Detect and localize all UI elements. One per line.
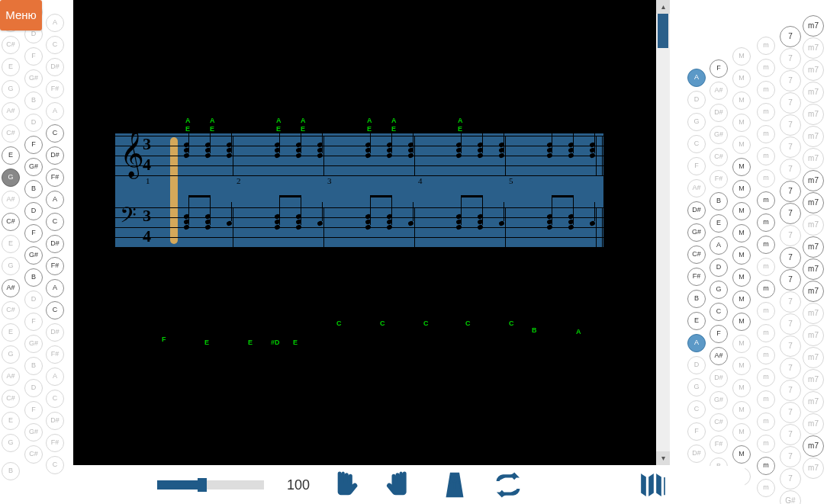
loop-icon[interactable] <box>493 470 523 500</box>
right-key-F[interactable]: F <box>710 59 728 78</box>
right-key-Fs[interactable]: F# <box>687 268 706 286</box>
left-key-As[interactable]: A# <box>2 102 20 120</box>
right-key-Ds[interactable]: D# <box>687 445 706 463</box>
left-key-D[interactable]: D <box>24 114 43 132</box>
left-key-Gs[interactable]: G# <box>24 246 43 265</box>
right-key-M[interactable]: M <box>732 445 751 464</box>
right-key-m[interactable]: m <box>757 457 775 475</box>
right-key-m7[interactable]: m7 <box>803 258 824 280</box>
right-key-M[interactable]: M <box>732 379 751 397</box>
view-icon[interactable] <box>638 470 668 500</box>
left-key-Gs[interactable]: G# <box>24 69 43 88</box>
left-key-D[interactable]: D <box>24 202 43 220</box>
left-key-G[interactable]: G <box>2 345 20 364</box>
right-key-M[interactable]: M <box>732 291 751 309</box>
right-key-Ds[interactable]: D# <box>710 104 728 122</box>
left-key-G[interactable]: G <box>2 257 20 275</box>
right-key-7[interactable]: 7 <box>780 468 801 490</box>
right-key-M[interactable]: M <box>732 268 751 287</box>
right-key-M[interactable]: M <box>732 423 751 441</box>
right-key-7[interactable]: 7 <box>780 313 801 335</box>
right-key-m7[interactable]: m7 <box>803 192 824 213</box>
right-key-7[interactable]: 7 <box>780 225 801 246</box>
right-key-m7[interactable]: m7 <box>803 82 824 103</box>
left-key-C[interactable]: C <box>46 124 64 143</box>
right-key-B[interactable]: B <box>687 290 706 308</box>
left-key-G[interactable]: G <box>2 80 20 98</box>
right-key-Cs[interactable]: C# <box>710 413 728 432</box>
left-key-C[interactable]: C <box>46 456 64 474</box>
left-key-A[interactable]: A <box>46 279 64 297</box>
left-key-Cs[interactable]: C# <box>2 36 20 54</box>
right-key-Ds[interactable]: D# <box>687 201 706 220</box>
left-key-Ds[interactable]: D# <box>46 146 64 165</box>
left-key-As[interactable]: A# <box>2 191 20 209</box>
right-key-Gs[interactable]: G# <box>780 490 801 504</box>
right-key-7[interactable]: 7 <box>780 335 801 357</box>
right-key-m7[interactable]: m7 <box>803 391 824 413</box>
right-key-7[interactable]: 7 <box>780 26 801 47</box>
left-key-E[interactable]: E <box>2 146 20 165</box>
left-key-B[interactable]: B <box>2 462 20 480</box>
right-key-m7[interactable]: m7 <box>803 435 824 457</box>
right-key-7[interactable]: 7 <box>780 203 801 224</box>
right-key-m[interactable]: m <box>757 236 775 254</box>
right-key-D[interactable]: D <box>687 356 706 374</box>
right-key-m7[interactable]: m7 <box>803 303 824 324</box>
right-key-Fs[interactable]: F# <box>710 435 728 454</box>
right-key-m[interactable]: m <box>757 413 775 431</box>
right-key-m7[interactable]: m7 <box>803 457 824 479</box>
right-key-M[interactable]: M <box>732 313 751 331</box>
right-key-A[interactable]: A <box>687 69 706 87</box>
right-key-Ds[interactable]: D# <box>710 369 728 387</box>
left-key-Fs[interactable]: F# <box>46 80 64 98</box>
left-key-Cs[interactable]: C# <box>2 390 20 408</box>
left-key-Gs[interactable]: G# <box>24 423 43 441</box>
right-key-B[interactable]: B <box>710 192 728 210</box>
right-key-m7[interactable]: m7 <box>803 126 824 147</box>
left-key-Ds[interactable]: D# <box>46 323 64 342</box>
right-key-G[interactable]: G <box>710 281 728 299</box>
left-key-Fs[interactable]: F# <box>46 257 64 275</box>
scroll-down-icon[interactable]: ▾ <box>656 451 670 465</box>
left-key-C[interactable]: C <box>46 36 64 54</box>
right-key-m[interactable]: m <box>757 258 775 276</box>
right-key-m[interactable]: m <box>757 191 775 210</box>
left-key-Cs[interactable]: C# <box>2 213 20 231</box>
right-key-D[interactable]: D <box>710 258 728 277</box>
left-key-As[interactable]: A# <box>2 368 20 386</box>
right-key-A[interactable]: A <box>687 334 706 352</box>
left-key-B[interactable]: B <box>24 91 43 110</box>
right-key-m7[interactable]: m7 <box>803 170 824 191</box>
left-key-E[interactable]: E <box>2 58 20 76</box>
right-key-G[interactable]: G <box>687 113 706 131</box>
right-key-E[interactable]: E <box>687 312 706 330</box>
right-key-m[interactable]: m <box>757 435 775 453</box>
right-key-m[interactable]: m <box>757 37 775 55</box>
left-key-Cs[interactable]: C# <box>24 445 43 464</box>
right-key-M[interactable]: M <box>732 69 751 88</box>
right-key-C[interactable]: C <box>687 400 706 419</box>
scrollbar-thumb[interactable] <box>658 14 668 48</box>
right-key-7[interactable]: 7 <box>780 402 801 423</box>
right-key-M[interactable]: M <box>732 158 751 176</box>
right-key-m[interactable]: m <box>757 346 775 364</box>
right-key-7[interactable]: 7 <box>780 269 801 291</box>
right-key-m[interactable]: m <box>757 81 775 99</box>
left-key-D[interactable]: D <box>24 379 43 397</box>
right-key-7[interactable]: 7 <box>780 380 801 401</box>
right-key-m[interactable]: m <box>757 302 775 320</box>
right-key-7[interactable]: 7 <box>780 70 801 91</box>
right-key-As[interactable]: A# <box>687 179 706 197</box>
right-key-7[interactable]: 7 <box>780 247 801 268</box>
menu-button[interactable]: Меню <box>0 0 42 30</box>
left-key-Ds[interactable]: D# <box>46 58 64 76</box>
right-key-m7[interactable]: m7 <box>803 325 824 346</box>
right-key-Cs[interactable]: C# <box>710 148 728 166</box>
left-key-G[interactable]: G <box>2 434 20 452</box>
left-key-F[interactable]: F <box>24 136 43 154</box>
right-key-m7[interactable]: m7 <box>803 15 824 37</box>
left-key-C[interactable]: C <box>46 301 64 319</box>
right-key-M[interactable]: M <box>732 224 751 242</box>
right-key-m[interactable]: m <box>757 103 775 121</box>
